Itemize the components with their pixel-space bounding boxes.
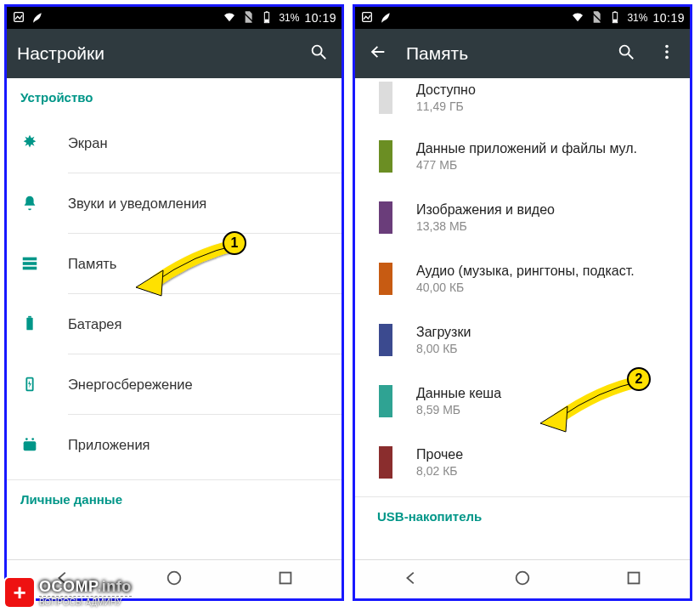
- overflow-menu-icon[interactable]: [654, 39, 680, 68]
- screenshot-icon: [12, 10, 25, 26]
- color-swatch: [379, 140, 392, 173]
- settings-item-battery[interactable]: Батарея: [7, 294, 342, 354]
- status-bar: 31% 10:19: [355, 7, 690, 29]
- settings-item-label: Память: [68, 256, 328, 272]
- storage-item-size: 8,59 МБ: [416, 403, 676, 416]
- svg-rect-9: [23, 267, 37, 270]
- settings-item-label: Энергосбережение: [68, 377, 328, 393]
- nav-recents-icon[interactable]: [624, 569, 643, 591]
- color-swatch: [379, 385, 392, 417]
- screenshot-icon: [360, 10, 374, 26]
- phone-storage: 31% 10:19 Память Доступно 11,49 ГБ: [353, 4, 692, 601]
- svg-rect-3: [266, 11, 268, 12]
- svg-point-15: [31, 438, 34, 440]
- storage-list[interactable]: Доступно 11,49 ГБ Данные приложений и фа…: [355, 78, 690, 559]
- svg-point-14: [25, 438, 28, 440]
- svg-rect-7: [23, 258, 37, 261]
- navigation-bar: [355, 559, 690, 598]
- svg-rect-4: [265, 19, 268, 21]
- wifi-icon: [571, 10, 584, 26]
- toolbar: Настройки: [7, 29, 342, 78]
- storage-item-title: Доступно: [416, 82, 676, 98]
- svg-rect-13: [24, 441, 37, 450]
- toolbar: Память: [355, 29, 690, 78]
- settings-item-display[interactable]: Экран: [7, 113, 342, 173]
- settings-item-label: Экран: [68, 135, 328, 151]
- rocket-icon: [31, 10, 44, 26]
- battery-menu-icon: [20, 314, 68, 333]
- svg-rect-8: [23, 262, 37, 265]
- nav-home-icon[interactable]: [165, 569, 183, 591]
- phone-settings: 31% 10:19 Настройки Устройство Экран: [4, 4, 344, 601]
- search-icon[interactable]: [306, 39, 331, 68]
- svg-point-28: [517, 571, 529, 584]
- settings-item-label: Звуки и уведомления: [68, 196, 328, 212]
- color-swatch: [379, 324, 392, 356]
- wifi-icon: [223, 10, 236, 26]
- nav-recents-icon[interactable]: [276, 569, 295, 591]
- svg-rect-17: [280, 572, 291, 583]
- color-swatch: [379, 263, 392, 295]
- storage-item-size: 477 МБ: [416, 158, 676, 172]
- svg-point-25: [665, 45, 669, 48]
- back-icon[interactable]: [365, 39, 391, 68]
- storage-item-title: Данные приложений и файлы мул.: [416, 141, 676, 156]
- display-icon: [20, 133, 68, 152]
- rocket-icon: [379, 10, 392, 26]
- svg-line-24: [629, 54, 634, 60]
- svg-rect-10: [26, 318, 32, 331]
- storage-icon: [20, 254, 68, 273]
- search-icon[interactable]: [613, 39, 639, 68]
- settings-item-label: Батарея: [68, 316, 328, 332]
- apps-icon: [20, 435, 68, 454]
- svg-rect-22: [613, 19, 617, 21]
- watermark: + OCOMP.info ВОПРОСЫ АДМИНУ: [5, 578, 132, 607]
- battery-percent: 31%: [627, 12, 647, 24]
- svg-point-26: [665, 50, 669, 54]
- storage-item-audio[interactable]: Аудио (музыка, рингтоны, подкаст. 40,00 …: [355, 248, 690, 309]
- storage-item-size: 13,38 МБ: [416, 219, 676, 233]
- svg-rect-21: [614, 11, 617, 12]
- svg-point-5: [313, 46, 322, 55]
- no-sim-icon: [590, 10, 603, 26]
- svg-rect-11: [28, 316, 31, 318]
- storage-item-cache[interactable]: Данные кеша 8,59 МБ: [355, 371, 690, 432]
- settings-item-apps[interactable]: Приложения: [7, 415, 342, 474]
- no-sim-icon: [241, 10, 255, 26]
- power-saving-icon: [20, 375, 68, 394]
- storage-item-title: Прочее: [416, 447, 676, 462]
- section-header-usb: USB-накопитель: [355, 497, 690, 524]
- clock: 10:19: [304, 11, 336, 25]
- settings-item-label: Приложения: [68, 437, 328, 453]
- svg-point-27: [665, 56, 669, 60]
- watermark-brand: OCOMP: [39, 578, 97, 595]
- section-header-device: Устройство: [7, 78, 342, 113]
- settings-item-storage[interactable]: Память: [7, 234, 342, 293]
- storage-item-size: 8,02 КБ: [416, 464, 676, 478]
- bell-icon: [20, 194, 68, 212]
- storage-item-available[interactable]: Доступно 11,49 ГБ: [355, 78, 690, 126]
- nav-back-icon[interactable]: [402, 569, 421, 591]
- settings-item-sounds[interactable]: Звуки и уведомления: [7, 173, 342, 233]
- storage-item-images[interactable]: Изображения и видео 13,38 МБ: [355, 187, 690, 248]
- clock: 10:19: [652, 11, 685, 25]
- svg-rect-29: [629, 572, 640, 583]
- nav-home-icon[interactable]: [513, 569, 532, 591]
- storage-item-misc[interactable]: Прочее 8,02 КБ: [355, 432, 690, 493]
- storage-item-size: 40,00 КБ: [416, 280, 676, 294]
- watermark-domain: .info: [97, 578, 132, 595]
- svg-point-16: [168, 571, 181, 584]
- storage-item-size: 11,49 ГБ: [416, 99, 676, 113]
- settings-list[interactable]: Устройство Экран Звуки и уведомления: [7, 78, 342, 559]
- storage-item-title: Данные кеша: [416, 386, 676, 401]
- settings-item-power-saving[interactable]: Энергосбережение: [7, 354, 342, 414]
- storage-item-apps[interactable]: Данные приложений и файлы мул. 477 МБ: [355, 126, 690, 187]
- status-bar: 31% 10:19: [7, 7, 342, 29]
- storage-item-downloads[interactable]: Загрузки 8,00 КБ: [355, 309, 690, 371]
- page-title: Память: [406, 43, 598, 64]
- storage-item-size: 8,00 КБ: [416, 342, 676, 355]
- storage-item-title: Изображения и видео: [416, 202, 676, 218]
- color-swatch: [379, 446, 392, 479]
- svg-point-23: [620, 46, 629, 55]
- storage-item-title: Аудио (музыка, рингтоны, подкаст.: [416, 264, 676, 279]
